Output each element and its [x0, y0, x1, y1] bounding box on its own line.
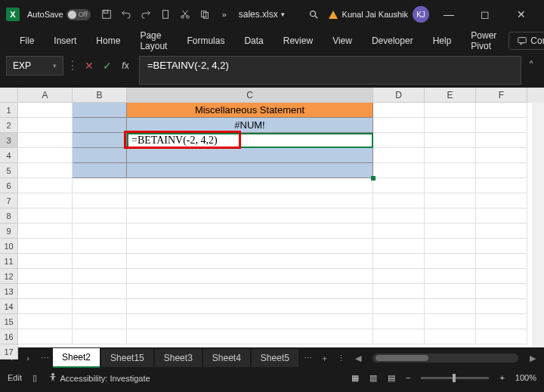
avatar: KJ: [413, 6, 429, 23]
col-header-d[interactable]: D: [373, 88, 425, 103]
hscroll-right[interactable]: ▶: [524, 350, 541, 366]
select-all-corner[interactable]: [0, 88, 18, 103]
row-header-17[interactable]: 17: [0, 344, 18, 360]
toggle-switch[interactable]: Off: [66, 9, 91, 20]
ribbon-tab-home[interactable]: Home: [87, 31, 129, 51]
hscroll-left[interactable]: ◀: [350, 350, 366, 366]
formula-input[interactable]: =BETAINV(-2, 4,2): [139, 56, 521, 85]
zoom-slider[interactable]: [421, 377, 489, 379]
ribbon-tab-help[interactable]: Help: [424, 31, 461, 51]
ribbon-tab-power-pivot[interactable]: Power Pivot: [462, 26, 505, 56]
ribbon-tab-developer[interactable]: Developer: [363, 31, 422, 51]
row-header-4[interactable]: 4: [0, 148, 18, 163]
row-header-3[interactable]: 3: [0, 133, 18, 148]
row-header-1[interactable]: 1: [0, 103, 18, 118]
col-header-a[interactable]: A: [18, 88, 73, 103]
ribbon-tab-formulas[interactable]: Formulas: [178, 31, 233, 51]
row-header-14[interactable]: 14: [0, 299, 18, 314]
close-button[interactable]: ✕: [505, 3, 538, 26]
save-icon[interactable]: [97, 5, 116, 23]
row-header-9[interactable]: 9: [0, 224, 18, 239]
row-header-13[interactable]: 13: [0, 284, 18, 299]
fill-handle[interactable]: [371, 176, 376, 181]
status-mode: Edit: [8, 373, 22, 382]
sheet-tab-sheet2[interactable]: Sheet2: [53, 348, 100, 368]
row-header-6[interactable]: 6: [0, 178, 18, 193]
col-header-e[interactable]: E: [425, 88, 476, 103]
chevron-down-icon: ▾: [53, 62, 57, 69]
comment-icon: [517, 35, 527, 46]
ribbon-tab-view[interactable]: View: [323, 31, 361, 51]
vertical-scrollbar[interactable]: [532, 103, 544, 347]
autosave-label: AutoSave: [27, 10, 63, 19]
user-name: Kunal Jai Kaushik: [342, 10, 408, 19]
row-header-7[interactable]: 7: [0, 193, 18, 208]
row-header-12[interactable]: 12: [0, 269, 18, 284]
row-header-5[interactable]: 5: [0, 163, 18, 178]
col-header-b[interactable]: B: [73, 88, 127, 103]
cell-c2[interactable]: #NUM!: [127, 118, 373, 133]
ribbon-tab-insert[interactable]: Insert: [45, 31, 85, 51]
sheet-nav-next[interactable]: ›: [20, 350, 36, 366]
svg-rect-8: [518, 38, 527, 43]
view-normal-icon[interactable]: ▦: [351, 373, 359, 383]
comments-button[interactable]: Comments: [508, 32, 544, 50]
sheet-tabs-menu[interactable]: ⋮: [333, 350, 350, 366]
more-qat-icon[interactable]: »: [215, 5, 233, 23]
row-header-8[interactable]: 8: [0, 208, 18, 224]
clipboard-icon[interactable]: [156, 5, 175, 23]
row-header-11[interactable]: 11: [0, 254, 18, 269]
zoom-out-button[interactable]: −: [406, 373, 410, 382]
ribbon-tab-file[interactable]: File: [11, 31, 43, 51]
warning-icon[interactable]: [329, 11, 338, 19]
filename[interactable]: sales.xlsx ▾: [239, 9, 285, 20]
autosave-toggle[interactable]: AutoSave Off: [27, 9, 91, 20]
col-header-f[interactable]: F: [476, 88, 527, 103]
enter-button[interactable]: ✓: [100, 57, 115, 75]
chevron-down-icon: ▾: [281, 11, 285, 18]
sheet-tab-sheet3[interactable]: Sheet3: [155, 349, 202, 367]
view-page-layout-icon[interactable]: ▥: [369, 373, 377, 383]
search-icon[interactable]: [304, 5, 323, 23]
zoom-level[interactable]: 100%: [515, 373, 536, 382]
fx-button[interactable]: fx: [118, 57, 133, 75]
horizontal-scrollbar[interactable]: [372, 353, 518, 363]
copy-icon[interactable]: [196, 5, 214, 23]
row-header-10[interactable]: 10: [0, 239, 18, 254]
collapse-formula-bar-icon[interactable]: ˄: [524, 56, 538, 73]
svg-point-9: [51, 373, 54, 376]
row-header-16[interactable]: 16: [0, 329, 18, 344]
cancel-button[interactable]: ✕: [82, 57, 97, 75]
macro-record-icon[interactable]: ▯: [32, 373, 37, 383]
cut-icon[interactable]: [176, 5, 194, 23]
maximize-button[interactable]: ◻: [468, 3, 502, 26]
user-account[interactable]: Kunal Jai Kaushik KJ: [342, 6, 429, 23]
row-header-2[interactable]: 2: [0, 118, 18, 133]
sheet-tabs-overflow[interactable]: ⋯: [300, 350, 317, 366]
ribbon-tab-data[interactable]: Data: [235, 31, 272, 51]
col-header-c[interactable]: C: [127, 88, 373, 103]
spreadsheet-grid[interactable]: Miscellaneous Statement #NUM! =BETAINV(-…: [18, 103, 532, 347]
sheet-tab-sheet4[interactable]: Sheet4: [203, 349, 250, 367]
accessibility-status[interactable]: Accessibility: Investigate: [48, 372, 150, 383]
comments-label: Comments: [530, 35, 544, 46]
new-sheet-button[interactable]: ＋: [317, 350, 333, 366]
cell-c3-editing[interactable]: =BETAINV(-2, 4,2): [127, 133, 373, 148]
ribbon-tab-page-layout[interactable]: Page Layout: [131, 26, 176, 56]
sheet-tab-sheet5[interactable]: Sheet5: [252, 349, 298, 367]
excel-app-icon: X: [6, 8, 20, 21]
view-page-break-icon[interactable]: ▤: [388, 373, 395, 383]
sheet-tab-sheet15[interactable]: Sheet15: [101, 349, 153, 367]
svg-point-7: [310, 11, 315, 17]
redo-icon[interactable]: [137, 5, 155, 23]
ribbon-tab-review[interactable]: Review: [274, 31, 322, 51]
sheet-nav-more[interactable]: ⋯: [36, 350, 53, 366]
undo-icon[interactable]: [117, 5, 135, 23]
zoom-in-button[interactable]: +: [499, 373, 504, 382]
name-box[interactable]: EXP ▾: [6, 56, 63, 76]
accessibility-icon: [48, 372, 58, 383]
svg-rect-2: [162, 11, 168, 19]
minimize-button[interactable]: ―: [432, 3, 465, 26]
row-header-15[interactable]: 15: [0, 314, 18, 329]
cell-header[interactable]: Miscellaneous Statement: [127, 103, 373, 118]
